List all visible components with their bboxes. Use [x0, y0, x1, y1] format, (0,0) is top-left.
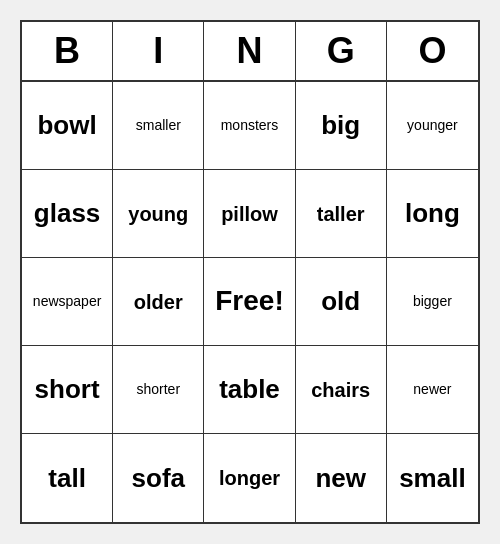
cell-label: table	[219, 375, 280, 404]
cell-label: sofa	[132, 464, 185, 493]
bingo-cell[interactable]: smaller	[113, 82, 204, 170]
cell-label: newer	[413, 382, 451, 397]
bingo-cell[interactable]: glass	[22, 170, 113, 258]
cell-label: glass	[34, 199, 101, 228]
bingo-cell[interactable]: longer	[204, 434, 295, 522]
cell-label: older	[134, 291, 183, 313]
header-letter: G	[296, 22, 387, 80]
cell-label: bigger	[413, 294, 452, 309]
cell-label: chairs	[311, 379, 370, 401]
bingo-cell[interactable]: short	[22, 346, 113, 434]
header-letter: I	[113, 22, 204, 80]
bingo-cell[interactable]: long	[387, 170, 478, 258]
bingo-cell[interactable]: taller	[296, 170, 387, 258]
bingo-cell[interactable]: old	[296, 258, 387, 346]
bingo-cell[interactable]: new	[296, 434, 387, 522]
cell-label: young	[128, 203, 188, 225]
bingo-cell[interactable]: pillow	[204, 170, 295, 258]
bingo-cell[interactable]: bowl	[22, 82, 113, 170]
bingo-cell[interactable]: big	[296, 82, 387, 170]
cell-label: new	[315, 464, 366, 493]
bingo-cell[interactable]: bigger	[387, 258, 478, 346]
cell-label: old	[321, 287, 360, 316]
cell-label: younger	[407, 118, 458, 133]
cell-label: monsters	[221, 118, 279, 133]
cell-label: smaller	[136, 118, 181, 133]
bingo-cell[interactable]: monsters	[204, 82, 295, 170]
bingo-cell[interactable]: chairs	[296, 346, 387, 434]
bingo-cell[interactable]: Free!	[204, 258, 295, 346]
bingo-card: BINGO bowlsmallermonstersbigyoungerglass…	[20, 20, 480, 524]
cell-label: longer	[219, 467, 280, 489]
cell-label: shorter	[137, 382, 181, 397]
cell-label: bowl	[37, 111, 96, 140]
bingo-cell[interactable]: sofa	[113, 434, 204, 522]
header-letter: O	[387, 22, 478, 80]
bingo-cell[interactable]: newspaper	[22, 258, 113, 346]
cell-label: taller	[317, 203, 365, 225]
bingo-cell[interactable]: newer	[387, 346, 478, 434]
cell-label: Free!	[215, 286, 283, 317]
bingo-cell[interactable]: young	[113, 170, 204, 258]
bingo-cell[interactable]: older	[113, 258, 204, 346]
bingo-cell[interactable]: younger	[387, 82, 478, 170]
bingo-cell[interactable]: small	[387, 434, 478, 522]
cell-label: long	[405, 199, 460, 228]
cell-label: tall	[48, 464, 86, 493]
cell-label: pillow	[221, 203, 278, 225]
cell-label: short	[35, 375, 100, 404]
cell-label: newspaper	[33, 294, 102, 309]
bingo-cell[interactable]: shorter	[113, 346, 204, 434]
bingo-grid: bowlsmallermonstersbigyoungerglassyoungp…	[22, 82, 478, 522]
header-letter: B	[22, 22, 113, 80]
cell-label: big	[321, 111, 360, 140]
bingo-header: BINGO	[22, 22, 478, 82]
header-letter: N	[204, 22, 295, 80]
cell-label: small	[399, 464, 466, 493]
bingo-cell[interactable]: tall	[22, 434, 113, 522]
bingo-cell[interactable]: table	[204, 346, 295, 434]
